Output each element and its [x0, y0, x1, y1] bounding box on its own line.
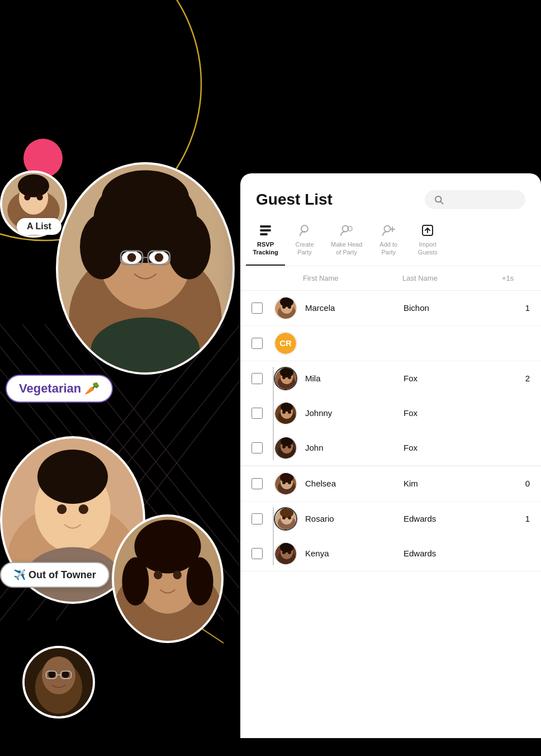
table-header: First Name Last Name +1s	[240, 266, 541, 291]
svg-point-78	[288, 376, 291, 379]
fox-group-line	[273, 367, 274, 460]
checkbox-johnny[interactable]	[251, 408, 263, 419]
last-chelsea: Kim	[404, 479, 502, 488]
svg-point-84	[288, 410, 291, 414]
checkbox-kenya[interactable]	[251, 548, 263, 559]
first-kenya: Kenya	[305, 549, 404, 558]
toolbar: RSVPTracking CreateParty Make Headof	[240, 209, 541, 266]
svg-point-101	[282, 516, 286, 519]
checkbox-marcela[interactable]	[251, 303, 263, 314]
rsvp-icon	[258, 223, 273, 238]
svg-point-37	[187, 557, 213, 606]
svg-point-53	[37, 194, 43, 200]
svg-point-18	[102, 171, 189, 225]
guest-row-marcela: Marcela Bichon 1	[240, 291, 541, 326]
make-head-party-label: Make Headof Party	[331, 240, 362, 257]
checkbox-chelsea[interactable]	[251, 478, 263, 489]
svg-point-72	[288, 305, 291, 309]
toolbar-import-guests[interactable]: ImportGuests	[408, 220, 447, 264]
svg-point-17	[167, 214, 211, 280]
avatar-john	[274, 436, 297, 460]
search-box[interactable]	[425, 190, 525, 209]
first-johnny: Johnny	[305, 408, 404, 418]
svg-point-36	[122, 557, 149, 606]
guest-row-johnny: Johnny Fox	[240, 396, 541, 431]
toolbar-rsvp[interactable]: RSVPTracking	[246, 220, 285, 266]
col-last-name: Last Name	[402, 274, 502, 282]
svg-point-83	[282, 410, 286, 414]
svg-point-82	[281, 403, 293, 412]
checkbox-john[interactable]	[251, 442, 263, 453]
plus-rosario: 1	[502, 514, 530, 523]
svg-point-90	[288, 445, 291, 448]
avatar-woman2	[112, 514, 224, 643]
svg-point-43	[48, 670, 55, 678]
first-john: John	[305, 443, 404, 452]
guest-row-rosario: Rosario Edwards 1	[240, 502, 541, 536]
svg-point-62	[385, 226, 391, 232]
avatar-main-woman	[56, 162, 235, 375]
avatar-chelsea	[274, 472, 297, 495]
last-rosario: Edwards	[404, 514, 502, 523]
avatar-cr: CR	[274, 332, 297, 355]
checkbox-rosario[interactable]	[251, 513, 263, 525]
svg-point-29	[37, 450, 108, 504]
svg-point-71	[282, 305, 286, 309]
avatar-kenya	[274, 542, 297, 565]
svg-point-102	[288, 516, 291, 519]
svg-point-42	[42, 656, 75, 694]
first-chelsea: Chelsea	[305, 479, 404, 488]
checkbox-mila[interactable]	[251, 373, 263, 384]
add-to-party-icon	[381, 223, 396, 238]
plus-chelsea: 0	[502, 479, 530, 488]
last-john: Fox	[404, 443, 502, 452]
vegetarian-badge: Vegetarian 🥕	[6, 375, 113, 403]
toolbar-create-party[interactable]: CreateParty	[285, 220, 324, 264]
a-list-badge: A List	[17, 218, 61, 235]
edwards-group-line	[273, 507, 274, 565]
svg-point-52	[24, 194, 30, 200]
avatar-man2	[22, 646, 95, 719]
svg-point-108	[288, 551, 291, 554]
last-marcela: Bichon	[404, 303, 502, 313]
svg-point-16	[80, 214, 124, 280]
avatar-initials-cr: CR	[275, 333, 296, 354]
make-head-party-icon	[339, 223, 354, 238]
svg-point-31	[79, 504, 88, 514]
guest-row-john: John Fox	[240, 431, 541, 466]
add-to-party-label: Add toParty	[379, 240, 397, 257]
checkbox-cr[interactable]	[251, 338, 263, 349]
avatar-johnny	[274, 401, 297, 425]
svg-rect-58	[260, 233, 268, 235]
last-johnny: Fox	[404, 408, 502, 418]
avatar-marcela	[274, 296, 297, 320]
create-party-icon	[297, 223, 312, 238]
guest-row-kenya: Kenya Edwards	[240, 536, 541, 571]
svg-point-44	[62, 670, 69, 678]
svg-point-30	[57, 504, 67, 514]
svg-point-21	[127, 253, 136, 262]
svg-point-51	[18, 174, 49, 197]
svg-line-55	[440, 201, 443, 204]
guest-panel: Guest List RSVPTracking	[240, 173, 541, 738]
toolbar-make-head-party[interactable]: Make Headof Party	[324, 220, 369, 264]
guest-row-mila: Mila Fox 2	[240, 361, 541, 396]
import-guests-icon	[420, 223, 435, 238]
svg-point-22	[155, 253, 164, 262]
group-edwards: Rosario Edwards 1 Kenya Edwards	[240, 502, 541, 571]
svg-point-96	[288, 481, 291, 484]
first-mila: Mila	[305, 374, 404, 383]
toolbar-add-to-party[interactable]: Add toParty	[369, 220, 408, 264]
create-party-label: CreateParty	[295, 240, 314, 257]
avatar-rosario	[274, 507, 297, 531]
svg-point-77	[282, 376, 286, 379]
guest-row-chelsea: Chelsea Kim 0	[240, 466, 541, 502]
last-mila: Fox	[404, 374, 502, 383]
panel-title: Guest List	[256, 191, 333, 209]
svg-point-107	[282, 551, 286, 554]
guest-row-cr: CR	[240, 326, 541, 361]
svg-point-95	[282, 481, 286, 484]
search-icon	[434, 195, 444, 205]
plus-marcela: 1	[502, 303, 530, 313]
avatar-mila	[274, 367, 297, 390]
